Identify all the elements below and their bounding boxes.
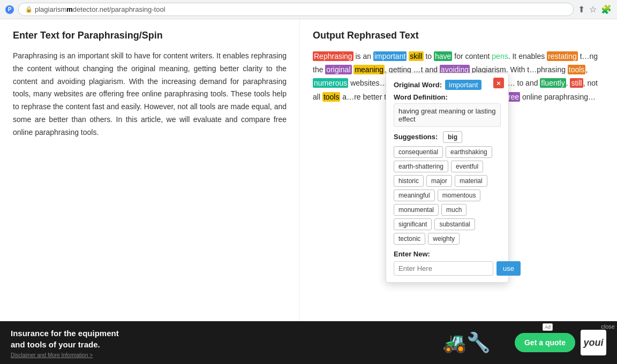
suggestion-significant[interactable]: significant	[394, 218, 432, 230]
word-important[interactable]: important	[373, 51, 407, 61]
suggestion-earth-shattering[interactable]: earth-shattering	[394, 161, 448, 172]
extensions-icon[interactable]: 🧩	[601, 4, 612, 14]
popup-close-button[interactable]: ×	[493, 78, 504, 88]
suggestion-material[interactable]: material	[455, 175, 487, 187]
enter-new-label: Enter New:	[394, 250, 501, 258]
word-meaning[interactable]: meaning	[353, 65, 385, 74]
definition-label: Word Definition:	[394, 93, 501, 101]
suggestion-tectonic[interactable]: tectonic	[394, 233, 425, 245]
left-panel-title: Enter Text for Paraphrasing/Spin	[13, 30, 287, 41]
suggestions-grid: consequential earthshaking earth-shatter…	[394, 146, 501, 245]
ad-badge: Ad	[543, 323, 553, 331]
ad-disclaimer[interactable]: Disclaimer and More Information >	[11, 352, 418, 358]
browser-actions: ⬆ ☆ 🧩	[578, 4, 612, 14]
site-favicon: P	[5, 5, 14, 14]
word-skill[interactable]: skill	[409, 51, 423, 61]
suggestion-weighty[interactable]: weighty	[428, 233, 460, 245]
word-rephrasing[interactable]: Rephrasing	[313, 51, 353, 61]
share-icon[interactable]: ⬆	[578, 4, 585, 14]
browser-bar: P 🔒 plagiarismmdetector.net/paraphrasing…	[0, 0, 617, 19]
word-original[interactable]: original	[325, 65, 351, 74]
ad-icon-section: 🚜🔧	[418, 331, 515, 354]
word-popup: × Original Word: important Word Definiti…	[386, 73, 509, 283]
suggestion-historic[interactable]: historic	[394, 175, 424, 187]
suggestion-meaningful[interactable]: meaningful	[394, 189, 435, 201]
ad-cta-section: Get a quote youi	[515, 330, 606, 355]
suggestion-momentous[interactable]: momentous	[438, 189, 481, 201]
ad-brand-logo: youi	[581, 330, 606, 355]
word-restating[interactable]: restating	[547, 51, 578, 61]
suggestion-major[interactable]: major	[426, 175, 452, 187]
suggestion-big[interactable]: big	[443, 131, 462, 143]
word-still[interactable]: still	[570, 78, 583, 88]
suggestions-label: Suggestions: big	[394, 131, 501, 143]
word-definition: having great meaning or lasting effect	[394, 103, 501, 127]
enter-new-row: use	[394, 261, 501, 276]
word-fluently[interactable]: fluently	[540, 78, 566, 88]
lock-icon: 🔒	[25, 6, 33, 13]
word-have[interactable]: have	[434, 51, 452, 61]
url-display: plagiarismmdetector.net/paraphrasing-too…	[35, 5, 165, 13]
right-panel-title: Output Rephrased Text	[313, 30, 604, 41]
input-text[interactable]: Paraphrasing is an important skill to ha…	[13, 50, 287, 139]
ad-cta-button[interactable]: Get a quote	[515, 333, 575, 352]
suggestion-earthshaking[interactable]: earthshaking	[446, 146, 492, 158]
word-numerous[interactable]: numerous	[313, 78, 348, 88]
word-tools1[interactable]: tools	[568, 65, 586, 74]
main-content: Enter Text for Paraphrasing/Spin Paraphr…	[0, 19, 617, 321]
ad-text-section: Insurance for the equipment and tools of…	[11, 328, 418, 358]
original-word-value: important	[445, 80, 481, 90]
suggestion-monumental[interactable]: monumental	[394, 204, 439, 216]
popup-original-row: Original Word: important	[394, 80, 501, 90]
address-bar[interactable]: 🔒 plagiarismmdetector.net/paraphrasing-t…	[18, 3, 574, 16]
enter-new-input[interactable]	[394, 261, 493, 276]
left-panel: Enter Text for Paraphrasing/Spin Paraphr…	[0, 19, 300, 321]
ad-close[interactable]: close	[601, 323, 615, 330]
suggestion-consequential[interactable]: consequential	[394, 146, 443, 158]
suggestion-much[interactable]: much	[441, 204, 466, 216]
ad-bar: Insurance for the equipment and tools of…	[0, 321, 617, 364]
truck-icon: 🚜🔧	[442, 331, 491, 354]
word-tools4[interactable]: tools	[322, 92, 341, 102]
suggestion-eventful[interactable]: eventful	[451, 161, 483, 172]
bookmark-icon[interactable]: ☆	[589, 4, 597, 14]
right-panel: Output Rephrased Text Rephrasing is an i…	[300, 19, 617, 321]
use-button[interactable]: use	[496, 261, 521, 276]
original-word-label: Original Word:	[394, 81, 442, 89]
ad-main-text: Insurance for the equipment and tools of…	[11, 328, 418, 350]
suggestion-substantial[interactable]: substantial	[434, 218, 475, 230]
